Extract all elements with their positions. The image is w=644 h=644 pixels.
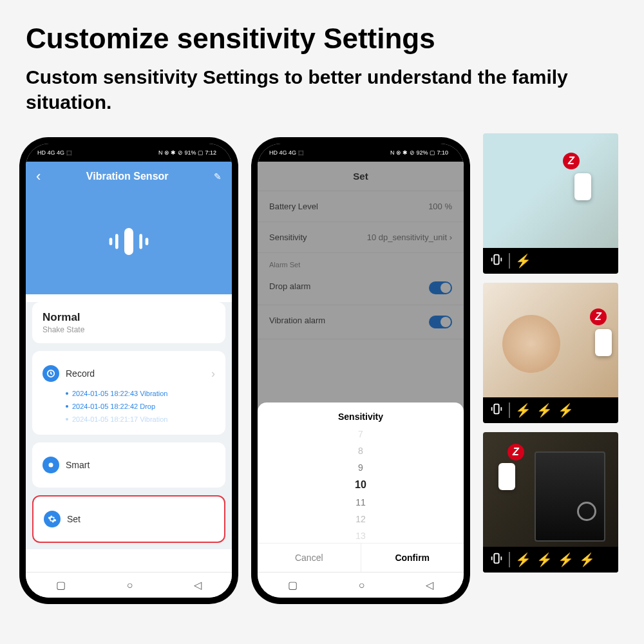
scenario-thumbnails: Z ⚡ Z ⚡ ⚡ ⚡ Z [483, 133, 618, 573]
chevron-right-icon: › [211, 367, 215, 381]
nav-recent-icon[interactable]: ▢ [56, 579, 66, 591]
android-nav: ▢ ○ ◁ [258, 572, 464, 598]
clock-icon [43, 365, 59, 382]
picker-title: Sensitivity [258, 402, 464, 427]
picker-value[interactable]: 9 [358, 459, 363, 476]
nav-back-icon[interactable]: ◁ [426, 579, 433, 591]
zigbee-icon: Z [590, 308, 607, 325]
scenario-bar: ⚡ ⚡ ⚡ ⚡ [483, 547, 618, 573]
phone-notch [100, 137, 158, 150]
status-right: N ⊗ ✱ ⊘ 91% ▢ 7:12 [158, 149, 216, 156]
record-card[interactable]: Record › 2024-01-05 18:22:43 Vibration 2… [32, 351, 225, 435]
svg-point-6 [49, 463, 53, 468]
set-row[interactable]: Set [44, 506, 214, 533]
bolt-icon: ⚡ [579, 552, 595, 567]
svg-rect-10 [494, 404, 498, 414]
back-icon[interactable]: ‹ [36, 168, 41, 185]
picker-wheel[interactable]: 7 8 9 10 11 12 13 [258, 427, 464, 543]
page-subtitle: Custom sensitivity Settings to better un… [0, 64, 644, 137]
bolt-icon: ⚡ [536, 402, 553, 418]
edit-icon[interactable]: ✎ [214, 171, 222, 182]
nav-home-icon[interactable]: ○ [127, 580, 133, 591]
phone-1-screen: HD 4G 4G ⬚ N ⊗ ✱ ⊘ 91% ▢ 7:12 ‹ Vibratio… [26, 144, 232, 598]
picker-value[interactable]: 7 [358, 426, 363, 442]
app-header: ‹ Vibration Sensor ✎ [26, 162, 232, 191]
nav-recent-icon[interactable]: ▢ [288, 579, 298, 591]
android-nav: ▢ ○ ◁ [26, 572, 232, 598]
confirm-button[interactable]: Confirm [361, 544, 464, 572]
vibration-icon [489, 551, 504, 568]
app-title: Vibration Sensor [86, 171, 169, 182]
status-right: N ⊗ ✱ ⊘ 92% ▢ 7:10 [390, 149, 448, 156]
scenario-safe: Z ⚡ ⚡ ⚡ ⚡ [483, 432, 618, 573]
record-row[interactable]: Record › [43, 360, 215, 387]
scenario-bar: ⚡ ⚡ ⚡ [483, 397, 618, 423]
sensitivity-picker: Sensitivity 7 8 9 10 11 12 13 Cancel Con… [258, 402, 464, 572]
picker-value-selected[interactable]: 10 [355, 476, 366, 494]
state-card: Normal Shake State [32, 302, 225, 343]
phone-2-screen: HD 4G 4G ⬚ N ⊗ ✱ ⊘ 92% ▢ 7:10 Set Batter… [258, 144, 464, 598]
svg-rect-7 [494, 255, 498, 265]
bolt-icon: ⚡ [558, 552, 574, 567]
vibration-icon [489, 252, 504, 269]
bolt-icon: ⚡ [515, 253, 531, 269]
set-card[interactable]: Set [32, 495, 225, 543]
safe-illustration [535, 451, 605, 542]
state-subtitle: Shake State [43, 325, 215, 334]
svg-rect-0 [124, 228, 133, 255]
divider [509, 552, 510, 567]
state-title: Normal [43, 311, 215, 324]
zigbee-icon: Z [507, 444, 524, 460]
nav-back-icon[interactable]: ◁ [194, 579, 202, 591]
picker-actions: Cancel Confirm [258, 543, 464, 572]
sensor-hero [26, 191, 232, 294]
record-line: 2024-01-05 18:22:43 Vibration [43, 387, 215, 400]
body-area: Normal Shake State Record › 2024-01-05 1… [26, 302, 232, 549]
scenario-window: Z ⚡ [483, 133, 618, 274]
divider [509, 253, 510, 269]
sensor-device-icon [574, 173, 591, 200]
picker-value[interactable]: 11 [355, 494, 366, 511]
vibration-sensor-icon [106, 219, 151, 267]
bolt-icon: ⚡ [536, 552, 553, 567]
phone-2: HD 4G 4G ⬚ N ⊗ ✱ ⊘ 92% ▢ 7:10 Set Batter… [251, 137, 470, 604]
vibration-icon [489, 402, 504, 419]
cancel-button[interactable]: Cancel [258, 544, 361, 572]
scenario-door: Z ⚡ ⚡ ⚡ [483, 283, 618, 423]
svg-rect-13 [494, 554, 498, 564]
smart-label: Smart [66, 460, 215, 470]
sensor-device-icon [595, 329, 612, 356]
picker-value[interactable]: 13 [355, 527, 366, 544]
phone-1: HD 4G 4G ⬚ N ⊗ ✱ ⊘ 91% ▢ 7:12 ‹ Vibratio… [19, 137, 238, 604]
nav-home-icon[interactable]: ○ [359, 580, 365, 591]
page-title: Customize sensitivity Settings [0, 0, 644, 64]
phone-notch [332, 137, 390, 150]
smart-icon [43, 457, 59, 473]
picker-value[interactable]: 12 [355, 511, 366, 527]
record-line: 2024-01-05 18:21:17 Vibration [43, 413, 215, 426]
content-row: HD 4G 4G ⬚ N ⊗ ✱ ⊘ 91% ▢ 7:12 ‹ Vibratio… [0, 137, 644, 604]
hand-illustration [502, 315, 560, 373]
divider [509, 402, 510, 418]
status-left: HD 4G 4G ⬚ [37, 149, 72, 156]
bolt-icon: ⚡ [515, 552, 531, 567]
status-left: HD 4G 4G ⬚ [269, 149, 304, 156]
sensor-device-icon [498, 463, 515, 490]
smart-row[interactable]: Smart [43, 451, 215, 478]
bolt-icon: ⚡ [558, 402, 574, 418]
scenario-bar: ⚡ [483, 248, 618, 274]
picker-value[interactable]: 8 [358, 442, 363, 459]
zigbee-icon: Z [563, 153, 580, 169]
bolt-icon: ⚡ [515, 402, 531, 418]
record-line: 2024-01-05 18:22:42 Drop [43, 400, 215, 413]
gear-icon [44, 511, 61, 527]
record-label: Record [66, 368, 205, 379]
smart-card[interactable]: Smart [32, 442, 225, 488]
set-label: Set [67, 514, 214, 524]
